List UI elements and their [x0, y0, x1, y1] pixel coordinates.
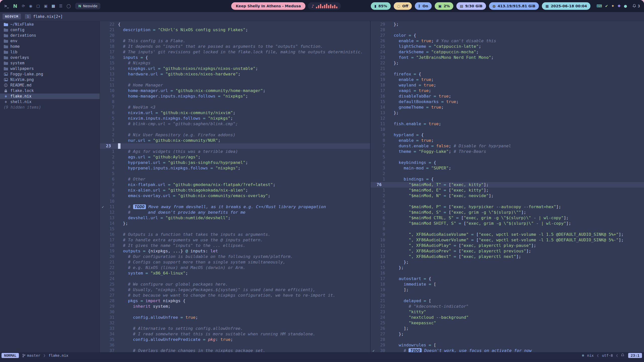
code-line[interactable]: 12: [100, 77, 370, 82]
code-line[interactable]: 26 enable = true; # You can't disable th…: [371, 38, 644, 44]
code-line[interactable]: 17 # The inputs' git revisions get locke…: [100, 49, 370, 55]
code-line[interactable]: 14 nixpkgs.url = "github:nixos/nixpkgs/n…: [100, 66, 370, 71]
code-line[interactable]: 25 # We configure our global packages he…: [100, 282, 370, 287]
code-line[interactable]: 8: [100, 99, 370, 105]
code-line[interactable]: 34 # I read somewhere that this is more …: [100, 331, 370, 337]
code-line[interactable]: 20 # Our configuration is buildable on t…: [100, 254, 370, 259]
terminal-icon[interactable]: >_: [4, 4, 9, 8]
code-line[interactable]: 3: [371, 199, 644, 204]
code-line[interactable]: 28: [371, 337, 644, 342]
tree-item-NixVim.png[interactable]: NixVim.png: [0, 77, 100, 82]
code-line[interactable]: 10: [100, 199, 370, 204]
code-line[interactable]: 17 autostart = {: [371, 276, 644, 282]
code-line[interactable]: ✓11 # TODO Move away from devshell, as i…: [100, 204, 370, 210]
code-line[interactable]: 27 color = {: [371, 33, 644, 38]
code-line[interactable]: 14 gnomeTheme = true;: [371, 105, 644, 110]
code-line[interactable]: 4 hyprpanel.inputs.nixpkgs.follows = "ni…: [100, 165, 370, 171]
code-line[interactable]: 9 hyprland = {: [371, 132, 644, 138]
tree-item-overlays[interactable]: overlays: [0, 55, 100, 60]
code-line[interactable]: 1 "$mainMod, E" = ["exec, kitty"];: [371, 188, 644, 193]
code-line[interactable]: 28 pkgs = import nixpkgs {: [100, 298, 370, 304]
code-line[interactable]: 37 # Overlays define changes in the nixp…: [100, 348, 370, 352]
code-line[interactable]: 36: [100, 342, 370, 348]
code-line[interactable]: 8 nix-alien.url = "github:thiagokokada/n…: [100, 188, 370, 193]
code-line[interactable]: 10 home-manager.url = "github:nix-commun…: [100, 88, 370, 94]
code-line[interactable]: 11 # Home Manager: [100, 82, 370, 88]
code-line[interactable]: 8: [371, 226, 644, 232]
tree-item-lib[interactable]: lib: [0, 49, 100, 55]
code-line[interactable]: 23: [100, 143, 370, 149]
neovide-window-button[interactable]: N Neovide: [75, 3, 100, 9]
tree-item-home[interactable]: home: [0, 44, 100, 49]
code-line[interactable]: 13 devshell.url = "github:numtide/devshe…: [100, 215, 370, 221]
code-line[interactable]: 31 config.allowUnfree = true;: [100, 315, 370, 320]
keyboard-icon[interactable]: ⌨: [596, 4, 602, 8]
code-line[interactable]: 28: [371, 27, 644, 33]
code-line[interactable]: 35 config.allowUnfreePredicate = pkg: tr…: [100, 337, 370, 342]
code-line[interactable]: 18 wayland = true;: [371, 82, 644, 88]
code-line[interactable]: 22 };: [371, 60, 644, 66]
code-line[interactable]: 3 hyprpanel.url = "github:jas-singhfsu/h…: [100, 160, 370, 165]
code-line[interactable]: 21 description = "ChUrl's NixOS config u…: [100, 27, 370, 33]
code-line[interactable]: 24 darkScheme = "catppuccin-mocha";: [371, 49, 644, 55]
code-line[interactable]: 5 nixvim.inputs.nixpkgs.follows = "nixpk…: [100, 116, 370, 121]
notifications-module[interactable]: 3: [633, 4, 640, 8]
code-line[interactable]: 19 ];: [371, 287, 644, 293]
code-line[interactable]: 1 # Ags for widgets (this was a terrible…: [100, 149, 370, 154]
code-line[interactable]: 10 ", XF86AudioLowerVolume" = ["exec, wp…: [371, 237, 644, 243]
code-line[interactable]: 15 # Nixpkgs: [100, 60, 370, 66]
code-line[interactable]: 4 "$mainMod, P" = ["exec, hyprpicker --a…: [371, 204, 644, 210]
workspace-icon[interactable]: ◯: [67, 4, 71, 8]
code-line[interactable]: 17 vaapi = true;: [371, 88, 644, 94]
code-line[interactable]: 10: [371, 127, 644, 132]
workspace-icon[interactable]: ▢: [36, 4, 40, 8]
code-line[interactable]: 8 enable = true;: [371, 138, 644, 143]
code-line[interactable]: 9 emacs-overlay.url = "github:nix-commun…: [100, 193, 370, 199]
clock-module[interactable]: ▦2025-06-18 00:04: [542, 2, 590, 10]
code-line[interactable]: 18 # It gives the name "inputs" to the .…: [100, 243, 370, 248]
tab-flake-nix[interactable]: 1 flake.nix[2+]: [25, 14, 63, 19]
code-line[interactable]: 12: [371, 116, 644, 121]
workspace-icon[interactable]: ▣: [44, 4, 48, 8]
code-line[interactable]: 5: [100, 171, 370, 176]
code-line[interactable]: 15 defaultBookmarks = true;: [371, 99, 644, 105]
code-line[interactable]: 21: [371, 66, 644, 71]
code-line[interactable]: 25 lightScheme = "catppuccin-latte";: [371, 44, 644, 49]
code-line[interactable]: 21 # Configs can support more than a sin…: [100, 259, 370, 265]
code-line[interactable]: 23 "kitty": [371, 309, 644, 315]
disk-module[interactable]: ◍413.19/915.81 GiB: [489, 2, 539, 10]
code-line[interactable]: 5: [371, 154, 644, 160]
tree-item-wallpapers[interactable]: wallpapers: [0, 66, 100, 71]
code-line[interactable]: 6 "$mainMod CTRL, S" = ["exec, grim -g \…: [371, 215, 644, 221]
workspace-icon[interactable]: ▦: [52, 4, 55, 8]
code-line[interactable]: 11 ", XF86AudioPlay" = ["exec, playerctl…: [371, 243, 644, 248]
code-line[interactable]: 2: [371, 171, 644, 176]
code-line[interactable]: 6 theme = "Foggy-Lake"; # Three-Bears: [371, 149, 644, 154]
code-line[interactable]: 76 "$mainMod, T" = ["exec, kitty"];: [371, 182, 644, 188]
tree-item-env[interactable]: env: [0, 38, 100, 44]
bluetooth-module[interactable]: ᛒOn: [415, 2, 432, 10]
code-line[interactable]: 7 "$mainMod SHIFT, S" = ["exec, grim -g …: [371, 221, 644, 226]
tree-item-shell.nix[interactable]: ❄shell.nix: [0, 99, 100, 105]
notifications-toggle-module[interactable]: ◌Off: [394, 2, 412, 10]
command-line[interactable]: [0, 359, 644, 362]
workspace-icon[interactable]: ◉: [29, 4, 32, 8]
code-line[interactable]: 16 # Outputs is a function that takes th…: [100, 232, 370, 237]
code-line[interactable]: 26 # Usually, "nixpkgs.legacyPackages.${…: [100, 287, 370, 293]
cpu-module[interactable]: ▣2%: [435, 2, 453, 10]
code-line[interactable]: 13 hardware.url = "github:nixos/nixos-ha…: [100, 71, 370, 77]
code-line[interactable]: 16 inputs = {: [100, 55, 370, 60]
code-line[interactable]: 13 ", XF86AudioNext" = ["exec, playerctl…: [371, 254, 644, 259]
code-line[interactable]: 24 "nextcloud --background": [371, 315, 644, 320]
code-line[interactable]: 19 outputs = {nixpkgs, ...} @ inputs: le…: [100, 248, 370, 254]
code-line[interactable]: 3 main-mod = "SUPER";: [371, 165, 644, 171]
code-line[interactable]: 33 # Alternative to setting config.allow…: [100, 326, 370, 331]
code-line[interactable]: 5 "$mainMod, S" = ["exec, grim -g \"$(sl…: [371, 210, 644, 215]
code-line[interactable]: 7 nix-flatpak.url = "github:gmodena/nix-…: [100, 182, 370, 188]
code-line[interactable]: 7 # NeoVim <3: [100, 105, 370, 110]
battery-module[interactable]: ▮85%: [371, 2, 390, 10]
neovim-logo-icon[interactable]: N: [13, 3, 17, 9]
code-line[interactable]: 2 "$mainMod, N" = ["exec, neovide"];: [371, 193, 644, 199]
code-line[interactable]: 16: [371, 270, 644, 276]
tree-item-flake.nix[interactable]: ❄flake.nix: [0, 94, 100, 99]
